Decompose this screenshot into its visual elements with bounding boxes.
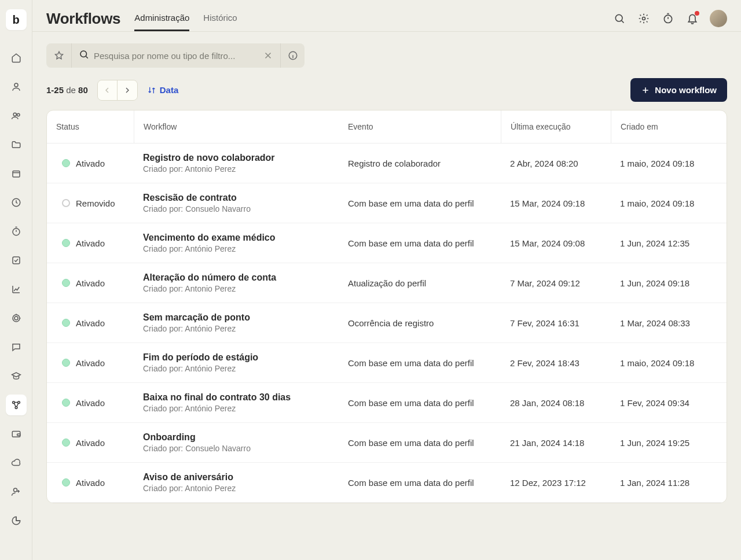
workflow-cell: Fim do período de estágioCriado por: Ant… bbox=[134, 351, 339, 374]
table-row[interactable]: AtivadoRegistro de novo colaboradorCriad… bbox=[47, 143, 727, 183]
status-cell: Ativado bbox=[47, 237, 134, 249]
sidebar-item-stopwatch[interactable] bbox=[6, 221, 27, 242]
workflow-name: Onboarding bbox=[143, 432, 329, 443]
tab-administracao[interactable]: Administração bbox=[134, 6, 189, 31]
logo[interactable]: b bbox=[6, 9, 27, 30]
sort-button[interactable]: Data bbox=[147, 85, 179, 95]
event-cell: Com base em uma data do perfil bbox=[339, 437, 501, 449]
pager-prev[interactable] bbox=[98, 80, 118, 100]
workflow-created-by: Criado por: Consuelo Navarro bbox=[143, 444, 329, 453]
search-icon[interactable] bbox=[612, 12, 626, 25]
workflow-name: Sem marcação de ponto bbox=[143, 312, 329, 323]
sidebar-item-wallet[interactable] bbox=[6, 423, 27, 444]
workflow-name: Baixa no final do contrato 30 dias bbox=[143, 392, 329, 403]
header: Workflows Administração Histórico bbox=[32, 0, 741, 31]
workflow-created-by: Criado por: Antonio Perez bbox=[143, 164, 329, 174]
sidebar-item-target[interactable] bbox=[6, 308, 27, 329]
workflow-cell: OnboardingCriado por: Consuelo Navarro bbox=[134, 431, 339, 454]
event-cell: Com base em uma data do perfil bbox=[339, 397, 501, 409]
filter-info-icon[interactable] bbox=[280, 43, 305, 68]
status-label: Ativado bbox=[76, 278, 105, 288]
status-cell: Ativado bbox=[47, 157, 134, 170]
workflow-created-by: Criado por: Antonio Perez bbox=[143, 484, 329, 493]
created-cell: 1 Jun, 2024 12:35 bbox=[611, 237, 727, 249]
tabs: Administração Histórico bbox=[134, 6, 237, 31]
workflow-created-by: Criado por: António Perez bbox=[143, 404, 329, 413]
table-row[interactable]: AtivadoAlteração do número de contaCriad… bbox=[47, 263, 727, 303]
workflow-name: Fim do período de estágio bbox=[143, 352, 329, 363]
status-label: Ativado bbox=[76, 318, 105, 328]
last-run-cell: 2 Fev, 2024 18:43 bbox=[501, 357, 611, 369]
status-dot bbox=[62, 239, 70, 247]
event-cell: Atualização do perfil bbox=[339, 277, 501, 289]
sidebar-item-pie[interactable] bbox=[6, 510, 27, 531]
workflow-created-by: Criado por: Antonio Perez bbox=[143, 284, 329, 293]
favorites-filter[interactable] bbox=[46, 43, 72, 68]
status-dot bbox=[62, 279, 70, 287]
workflow-created-by: Criado por: António Perez bbox=[143, 244, 329, 253]
sidebar-item-check[interactable] bbox=[6, 250, 27, 271]
status-cell: Ativado bbox=[47, 277, 134, 289]
sidebar-item-cloud[interactable] bbox=[6, 452, 27, 473]
created-cell: 1 Jun, 2024 09:18 bbox=[611, 277, 727, 289]
table-row[interactable]: AtivadoSem marcação de pontoCriado por: … bbox=[47, 303, 727, 343]
sidebar-item-graduation[interactable] bbox=[6, 366, 27, 386]
status-label: Ativado bbox=[76, 478, 105, 488]
bell-icon[interactable] bbox=[685, 12, 699, 25]
status-label: Ativado bbox=[76, 238, 105, 248]
workflow-cell: Alteração do número de contaCriado por: … bbox=[134, 271, 339, 294]
workflow-name: Rescisão de contrato bbox=[143, 193, 329, 203]
status-dot bbox=[62, 399, 70, 407]
status-dot bbox=[62, 439, 70, 447]
search-input[interactable] bbox=[94, 51, 258, 61]
avatar[interactable] bbox=[710, 10, 727, 27]
table-header: Status Workflow Evento Última execução C… bbox=[47, 110, 727, 143]
workflow-cell: Vencimento do exame médicoCriado por: An… bbox=[134, 231, 339, 255]
sidebar-item-chart[interactable] bbox=[6, 279, 27, 300]
workflow-cell: Registro de novo colaboradorCriado por: … bbox=[134, 152, 339, 175]
table-row[interactable]: AtivadoBaixa no final do contrato 30 dia… bbox=[47, 383, 727, 423]
table-body: AtivadoRegistro de novo colaboradorCriad… bbox=[47, 143, 727, 503]
clear-search-icon[interactable] bbox=[263, 50, 273, 61]
created-cell: 1 maio, 2024 09:18 bbox=[611, 357, 727, 369]
workflow-name: Aviso de aniversário bbox=[143, 472, 329, 482]
search-icon bbox=[79, 49, 89, 62]
sort-label: Data bbox=[160, 85, 179, 95]
table-row[interactable]: AtivadoAviso de aniversárioCriado por: A… bbox=[47, 463, 727, 503]
status-label: Ativado bbox=[76, 438, 105, 448]
gear-icon[interactable] bbox=[637, 12, 651, 25]
filter-bar bbox=[32, 32, 741, 68]
sidebar-item-users[interactable] bbox=[6, 105, 27, 126]
sidebar-item-home[interactable] bbox=[6, 47, 27, 68]
table-row[interactable]: AtivadoOnboardingCriado por: Consuelo Na… bbox=[47, 423, 727, 463]
status-dot bbox=[62, 319, 70, 327]
pager-next[interactable] bbox=[118, 80, 137, 100]
sidebar-item-box[interactable] bbox=[6, 163, 27, 184]
workflows-table: Status Workflow Evento Última execução C… bbox=[46, 110, 727, 503]
status-dot bbox=[62, 478, 70, 487]
event-cell: Com base em uma data do perfil bbox=[339, 477, 501, 489]
last-run-cell: 7 Fev, 2024 16:31 bbox=[501, 317, 611, 329]
sidebar-item-clock[interactable] bbox=[6, 192, 27, 213]
sidebar-item-adduser[interactable] bbox=[6, 481, 27, 502]
created-cell: 1 Jan, 2024 11:28 bbox=[611, 477, 727, 489]
stopwatch-icon[interactable] bbox=[661, 12, 675, 25]
status-cell: Ativado bbox=[47, 397, 134, 409]
created-cell: 1 Mar, 2024 08:33 bbox=[611, 317, 727, 329]
sidebar-item-chat[interactable] bbox=[6, 337, 27, 358]
pagination-total: 80 bbox=[78, 85, 88, 95]
created-cell: 1 maio, 2024 09:18 bbox=[611, 157, 727, 170]
table-row[interactable]: AtivadoFim do período de estágioCriado p… bbox=[47, 343, 727, 383]
sidebar-item-user[interactable] bbox=[6, 76, 27, 97]
status-cell: Ativado bbox=[47, 357, 134, 369]
status-dot bbox=[62, 359, 70, 367]
table-row[interactable]: RemovidoRescisão de contratoCriado por: … bbox=[47, 183, 727, 223]
sidebar-item-workflow[interactable] bbox=[6, 395, 27, 415]
new-workflow-button[interactable]: Novo workflow bbox=[630, 78, 727, 102]
page-title: Workflows bbox=[46, 10, 120, 28]
col-event: Evento bbox=[339, 110, 501, 143]
table-row[interactable]: AtivadoVencimento do exame médicoCriado … bbox=[47, 223, 727, 263]
sidebar-item-folder[interactable] bbox=[6, 134, 27, 155]
notification-dot bbox=[695, 11, 699, 16]
tab-historico[interactable]: Histórico bbox=[203, 6, 237, 31]
